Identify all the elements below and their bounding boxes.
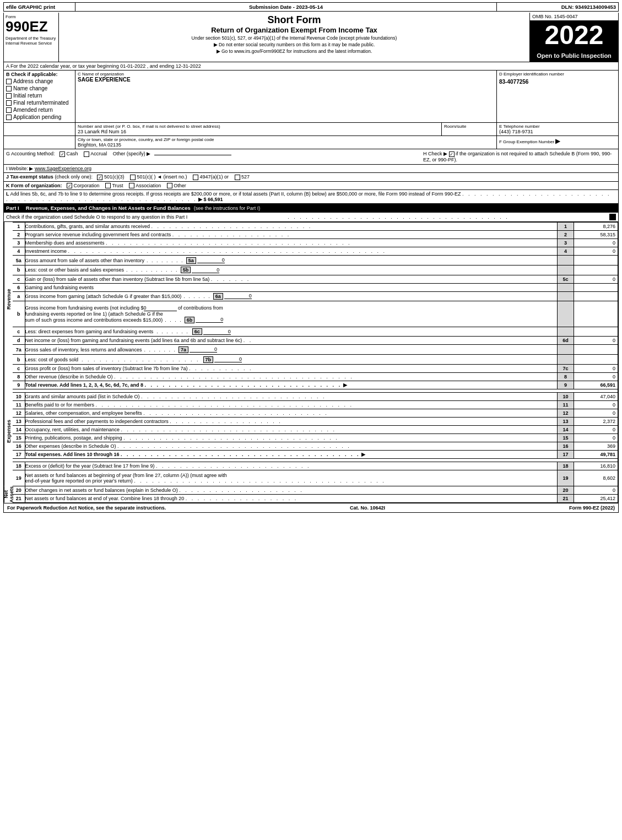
part1-header: Part I Revenue, Expenses, and Changes in… [3,204,619,213]
acct-left: G Accounting Method: ✓ Cash Accrual Othe… [6,151,423,157]
row-21-desc: Net assets or fund balances at end of ye… [25,494,558,502]
row-9-desc: Total revenue. Add lines 1, 2, 3, 4, 5c,… [25,381,558,389]
row-5a-amount [574,256,618,265]
501c-checkbox[interactable] [130,175,136,180]
org-name: SAGE EXPERIENCE [78,77,494,83]
row-5b-desc: Less: cost or other basis and sales expe… [25,265,558,275]
row-7c-desc: Gross profit or (loss) from sales of inv… [25,364,558,372]
application-pending-checkbox[interactable] [6,115,12,120]
row-5c-num: c [13,275,25,283]
4947-checkbox[interactable] [193,175,198,180]
check-name-change: Name change [6,85,73,91]
row-7b-desc: Less: cost of goods sold . . . . . . . .… [25,355,558,365]
row-21-lineid: 21 [558,494,574,502]
final-return-label: Final return/terminated [13,100,69,106]
corporation-label: Corporation [74,183,100,188]
row-18-num: 18 [13,462,25,470]
row-6c-num: c [13,327,25,337]
row-4-desc: Investment income . . . . . . . . . . . … [25,247,558,256]
expenses-side-label: Expenses [4,376,13,486]
row-7b-num: b [13,355,25,365]
row-10-amount: 47,040 [574,392,618,400]
501c3-checkbox[interactable]: ✓ [97,175,102,180]
j-501c: 501(c)( ) ◄ (insert no.) [130,174,188,180]
amended-return-checkbox[interactable] [6,107,12,113]
group-label: F Group Exemption Number ▶ [499,137,616,145]
form-number-block: Form 990EZ Department of the Treasury In… [4,13,59,62]
row-5a-num: 5a [13,256,25,265]
addr-value: 23 Lanark Rd Num 16 [78,129,439,134]
website-url[interactable]: www.SageExperience.org [35,166,91,171]
col-c-name: C Name of organization SAGE EXPERIENCE [75,71,497,122]
final-return-checkbox[interactable] [6,100,12,106]
row-6a-amount [574,291,618,301]
check-address-change: Address change [6,78,73,84]
table-row: 13 Professional fees and other payments … [13,417,618,425]
row-10-num: 10 [13,392,25,400]
table-row: 10 Grants and similar amounts paid (list… [13,392,618,400]
row-7a-lineid [558,345,574,355]
city-side [4,136,75,149]
part1-instructions: (see the instructions for Part I) [194,205,261,211]
application-pending-label: Application pending [13,114,61,120]
row-19-desc: Net assets or fund balances at beginning… [25,470,558,486]
part1-check-box[interactable]: ✓ [609,214,616,220]
table-row: 9 Total revenue. Add lines 1, 2, 3, 4, 5… [13,381,618,389]
row-17-desc: Total expenses. Add lines 10 through 16 … [25,450,558,458]
association-label: Association [136,183,161,188]
part1-check-dots: . . . . . . . . . . . . . . . . . . . . … [288,214,509,220]
name-change-checkbox[interactable] [6,86,12,91]
other-checkbox[interactable] [167,183,172,188]
row-7c-lineid: 7c [558,364,574,372]
row-11-desc: Benefits paid to or for members . . . . … [25,400,558,409]
row-7c-amount: 0 [574,364,618,372]
col-d-ein: D Employer identification number 83-4077… [497,71,618,122]
table-row: c Gross profit or (loss) from sales of i… [13,364,618,372]
row-4-amount: 0 [574,247,618,256]
row-14-lineid: 14 [558,425,574,433]
row-6-num: 6 [13,283,25,291]
check-initial-return: Initial return [6,93,73,99]
footer-form-label: Form 990-EZ (2022) [569,505,615,511]
row-l: L Add lines 5b, 6c, and 7b to line 9 to … [3,190,619,204]
phone-label: E Telephone number [499,124,616,129]
row-6b-amount [574,301,618,327]
other-line [154,155,231,155]
row-6d-lineid: 6d [558,337,574,345]
527-checkbox[interactable] [235,175,240,180]
col-b: B Check if applicable: Address change Na… [4,71,75,122]
l-text: L Add lines 5b, 6c, and 7b to line 9 to … [6,191,461,197]
corporation-checkbox[interactable]: ✓ [67,183,72,188]
dln-label: DLN: 93492134009453 [497,3,618,11]
row-17-amount: 49,781 [574,450,618,458]
table-row: 1 Contributions, gifts, grants, and simi… [13,223,618,231]
row-9-num: 9 [13,381,25,389]
row-1-num: 1 [13,223,25,231]
initial-return-checkbox[interactable] [6,93,12,99]
cash-checkbox[interactable]: ✓ [60,151,65,157]
return-title: Return of Organization Exempt From Incom… [61,26,528,34]
row-19-num: 19 [13,470,25,486]
accrual-checkbox[interactable] [84,151,89,157]
row-6a-lineid [558,291,574,301]
row-2-lineid: 2 [558,231,574,239]
table-row: 19 Net assets or fund balances at beginn… [13,470,618,486]
title-center: Short Form Return of Organization Exempt… [59,13,530,62]
row-12-desc: Salaries, other compensation, and employ… [25,409,558,417]
h-label: H Check ▶ [423,151,447,156]
row-20-lineid: 20 [558,486,574,494]
address-change-checkbox[interactable] [6,79,12,84]
h-checkbox[interactable]: ✓ [449,151,455,157]
table-row: 11 Benefits paid to or for members . . .… [13,400,618,409]
527-label: 527 [241,174,250,180]
ein-label: D Employer identification number [499,72,616,77]
footer-paperwork: For Paperwork Reduction Act Notice, see … [7,505,166,511]
row-k: K Form of organization: ✓ Corporation Tr… [3,182,619,191]
row-1-desc: Contributions, gifts, grants, and simila… [25,223,558,231]
note1: ▶ Do not enter social security numbers o… [61,42,528,47]
row-5b-amount [574,265,618,275]
trust-checkbox[interactable] [105,183,111,188]
table-row: 5a Gross amount from sale of assets othe… [13,256,618,265]
name-change-label: Name change [13,85,47,91]
association-checkbox[interactable] [129,183,134,188]
